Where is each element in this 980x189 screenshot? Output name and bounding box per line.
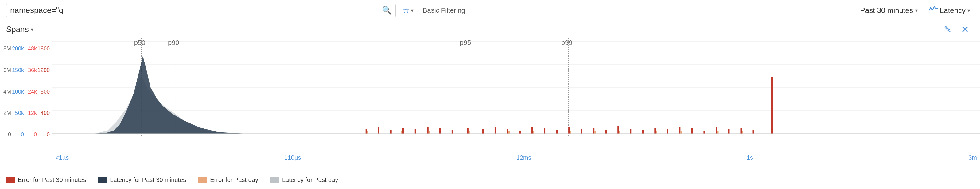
svg-rect-46 (753, 130, 754, 134)
legend-swatch-error-30 (6, 177, 15, 183)
svg-rect-15 (366, 129, 367, 134)
svg-rect-54 (570, 131, 571, 134)
legend-item-error-day: Error for Past day (198, 176, 258, 183)
x-label-1s: 1s (747, 154, 753, 161)
legend-item-error-30: Error for Past 30 minutes (6, 176, 86, 183)
svg-rect-41 (691, 128, 693, 134)
search-container: 🔍 (6, 4, 396, 17)
svg-rect-23 (467, 128, 469, 134)
latency-label: Latency (940, 6, 966, 15)
svg-rect-48 (367, 131, 368, 134)
svg-rect-57 (656, 131, 657, 134)
svg-rect-42 (703, 131, 705, 134)
svg-rect-20 (427, 127, 429, 134)
time-dropdown-arrow: ▾ (915, 7, 918, 14)
svg-marker-13 (95, 75, 980, 134)
legend-item-latency-30: Latency for Past 30 minutes (98, 176, 186, 183)
chart-svg-container: p50 p90 p95 p99 (52, 38, 980, 152)
time-selector-label: Past 30 minutes (860, 6, 913, 15)
y-col-errors: 48k 36k 24k 12k 0 (26, 46, 39, 138)
svg-rect-40 (679, 127, 680, 134)
svg-rect-51 (469, 131, 470, 134)
y-col-spans: 8M 6M 4M 2M 0 (0, 46, 13, 138)
search-input[interactable] (10, 6, 382, 15)
svg-rect-19 (415, 129, 416, 134)
x-label-1us: <1µs (55, 154, 69, 161)
search-icon[interactable]: 🔍 (382, 6, 392, 15)
svg-rect-25 (495, 127, 496, 134)
legend-label-error-30: Error for Past 30 minutes (18, 176, 86, 183)
svg-rect-49 (401, 131, 402, 134)
svg-rect-26 (507, 129, 508, 134)
x-label-3m: 3m (968, 154, 977, 161)
star-icon: ☆ (402, 6, 410, 15)
svg-rect-30 (556, 130, 558, 134)
chart-svg: p50 p90 p95 p99 (52, 38, 980, 152)
star-button[interactable]: ☆ ▾ (399, 4, 417, 17)
legend-item-latency-day: Latency for Past day (270, 176, 338, 183)
svg-rect-18 (402, 128, 404, 134)
svg-rect-22 (452, 130, 453, 134)
legend-swatch-latency-day (270, 177, 279, 183)
svg-rect-24 (482, 129, 484, 134)
legend-swatch-error-day (198, 177, 207, 183)
svg-marker-14 (95, 56, 980, 134)
svg-rect-44 (728, 129, 729, 134)
top-bar: 🔍 ☆ ▾ Basic Filtering Past 30 minutes ▾ … (0, 0, 980, 21)
svg-rect-53 (533, 131, 534, 134)
time-selector-button[interactable]: Past 30 minutes ▾ (857, 4, 921, 17)
latency-selector-button[interactable]: Latency ▾ (925, 4, 974, 17)
svg-text:p50: p50 (134, 39, 146, 46)
basic-filtering-label: Basic Filtering (420, 6, 468, 14)
svg-rect-56 (619, 131, 620, 134)
svg-rect-52 (508, 131, 510, 134)
spans-bar: Spans ▾ ✎ ✕ (0, 21, 980, 38)
legend-label-latency-day: Latency for Past day (282, 176, 338, 183)
svg-rect-35 (617, 126, 619, 134)
legend-swatch-latency-30 (98, 177, 107, 183)
y-axis: 8M 6M 4M 2M 0 200k 150k 100k 50k 0 48k 3… (0, 46, 52, 150)
spans-label: Spans (6, 25, 29, 34)
legend-label-latency-30: Latency for Past 30 minutes (110, 176, 186, 183)
y-col-count: 200k 150k 100k 50k 0 (13, 46, 26, 138)
legend-label-error-day: Error for Past day (210, 176, 258, 183)
svg-rect-45 (740, 128, 742, 134)
svg-rect-17 (390, 130, 392, 134)
svg-rect-34 (605, 130, 607, 134)
svg-rect-29 (544, 128, 545, 134)
star-dropdown-arrow: ▾ (411, 7, 414, 14)
chart-area: 8M 6M 4M 2M 0 200k 150k 100k 50k 0 48k 3… (0, 38, 980, 171)
svg-rect-37 (642, 130, 644, 134)
svg-rect-28 (531, 127, 533, 134)
svg-rect-38 (654, 128, 656, 134)
svg-rect-59 (717, 131, 718, 134)
latency-dropdown-arrow: ▾ (967, 7, 970, 14)
x-label-110us: 110µs (284, 154, 301, 161)
svg-rect-33 (593, 128, 594, 134)
x-axis: <1µs 110µs 12ms 1s 3m (52, 154, 980, 161)
edit-icon[interactable]: ✎ (939, 24, 956, 35)
svg-rect-31 (568, 127, 570, 134)
close-icon[interactable]: ✕ (956, 24, 974, 35)
svg-rect-47 (771, 77, 773, 134)
svg-text:p99: p99 (561, 39, 573, 46)
x-label-12ms: 12ms (516, 154, 531, 161)
svg-text:p90: p90 (168, 39, 179, 46)
legend: Error for Past 30 minutes Latency for Pa… (0, 171, 980, 189)
svg-rect-39 (667, 129, 668, 134)
svg-rect-55 (594, 131, 596, 134)
svg-rect-43 (716, 127, 717, 134)
y-col-latency: 1600 1200 800 400 0 (39, 46, 52, 138)
svg-rect-32 (581, 129, 582, 134)
latency-icon (929, 6, 938, 15)
svg-rect-36 (630, 129, 631, 134)
svg-rect-50 (429, 131, 430, 134)
svg-text:p95: p95 (460, 39, 471, 46)
svg-rect-16 (378, 127, 379, 134)
svg-rect-27 (519, 131, 521, 134)
svg-rect-60 (742, 131, 743, 134)
spans-dropdown-arrow: ▾ (31, 26, 33, 33)
svg-rect-58 (680, 131, 682, 134)
spans-dropdown-button[interactable]: Spans ▾ (6, 25, 33, 34)
svg-rect-21 (439, 128, 441, 134)
